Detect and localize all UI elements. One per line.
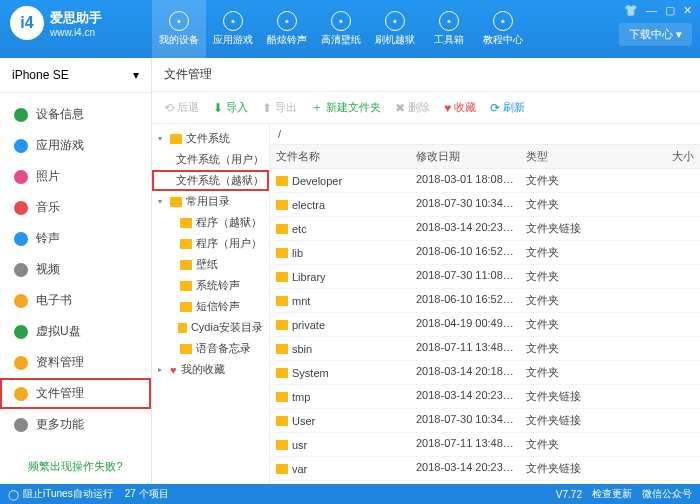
nav-item[interactable]: •应用游戏 [206,0,260,58]
tree-item[interactable]: 文件系统（越狱） [152,170,269,191]
app-url: www.i4.cn [50,27,102,38]
table-row[interactable]: User2018-07-30 10:34:...文件夹链接 [270,409,700,433]
tree-item[interactable]: Cydia安装目录 [152,317,269,338]
device-selector[interactable]: iPhone SE ▾ [0,58,151,93]
tree-item[interactable]: 文件系统（用户） [152,149,269,170]
nav-icon: • [277,11,297,31]
file-name: User [292,415,315,427]
maximize-button[interactable]: ▢ [665,4,675,17]
path-bar[interactable]: / [270,124,700,145]
table-row[interactable]: .bit_of_fun2018-07-30 10:34:...BIT_OF_FU… [270,481,700,484]
sidebar-item[interactable]: 音乐 [0,192,151,223]
table-row[interactable]: Developer2018-03-01 18:08:...文件夹 [270,169,700,193]
main-panel: 文件管理 ⟲后退 ⬇导入 ⬆导出 ＋新建文件夹 ✖删除 ♥收藏 ⟳刷新 ▾文件系… [152,58,700,484]
file-name: private [292,319,325,331]
tree-item[interactable]: 短信铃声 [152,296,269,317]
table-row[interactable]: private2018-04-19 00:49:...文件夹 [270,313,700,337]
sidebar-item[interactable]: 设备信息 [0,99,151,130]
file-table: 文件名称 修改日期 类型 大小 Developer2018-03-01 18:0… [270,145,700,484]
col-date[interactable]: 修改日期 [410,145,520,168]
favorite-button[interactable]: ♥收藏 [444,100,476,115]
new-folder-button[interactable]: ＋新建文件夹 [311,99,381,116]
table-row[interactable]: var2018-03-14 20:23:...文件夹链接 [270,457,700,481]
table-row[interactable]: tmp2018-03-14 20:23:...文件夹链接 [270,385,700,409]
tree-item[interactable]: ▾文件系统 [152,128,269,149]
download-center-button[interactable]: 下载中心 ▾ [619,23,692,46]
table-header: 文件名称 修改日期 类型 大小 [270,145,700,169]
tree-item[interactable]: ▸♥我的收藏 [152,359,269,380]
nav-item[interactable]: •教程中心 [476,0,530,58]
sidebar-label: 铃声 [36,230,60,247]
file-name: var [292,463,307,475]
sidebar-item[interactable]: 铃声 [0,223,151,254]
tree-item[interactable]: 壁纸 [152,254,269,275]
sidebar-item[interactable]: 应用游戏 [0,130,151,161]
sidebar-item[interactable]: 电子书 [0,285,151,316]
close-button[interactable]: ✕ [683,4,692,17]
table-row[interactable]: electra2018-07-30 10:34:...文件夹 [270,193,700,217]
table-row[interactable]: mnt2018-06-10 16:52:...文件夹 [270,289,700,313]
folder-icon [170,197,182,207]
folder-icon [180,260,192,270]
export-button[interactable]: ⬆导出 [262,100,297,115]
file-name: sbin [292,343,312,355]
folder-icon [276,368,288,378]
sidebar-item[interactable]: 虚拟U盘 [0,316,151,347]
folder-icon [178,323,187,333]
tree-label: 系统铃声 [196,278,240,293]
nav-item[interactable]: •刷机越狱 [368,0,422,58]
heart-icon: ♥ [444,101,451,115]
file-size [640,385,700,408]
sidebar-item[interactable]: 视频 [0,254,151,285]
nav-item[interactable]: •工具箱 [422,0,476,58]
file-size [640,361,700,384]
table-row[interactable]: lib2018-06-10 16:52:...文件夹 [270,241,700,265]
file-date: 2018-04-19 00:49:... [410,313,520,336]
check-update-button[interactable]: 检查更新 [592,487,632,501]
export-icon: ⬆ [262,101,272,115]
nav-item[interactable]: •酷炫铃声 [260,0,314,58]
nav-label: 我的设备 [159,33,199,47]
table-row[interactable]: etc2018-03-14 20:23:...文件夹链接 [270,217,700,241]
file-type: 文件夹 [520,265,640,288]
tree-label: 语音备忘录 [196,341,251,356]
tree-item[interactable]: 系统铃声 [152,275,269,296]
file-name: tmp [292,391,310,403]
folder-icon [170,134,182,144]
wechat-button[interactable]: 微信公众号 [642,487,692,501]
table-row[interactable]: sbin2018-07-11 13:48:...文件夹 [270,337,700,361]
theme-icon[interactable]: 👕 [624,4,638,17]
sidebar-item[interactable]: 更多功能 [0,409,151,440]
tree-label: 程序（用户） [196,236,262,251]
back-icon: ⟲ [164,101,174,115]
folder-icon [276,200,288,210]
sidebar-item[interactable]: 照片 [0,161,151,192]
col-type[interactable]: 类型 [520,145,640,168]
delete-button[interactable]: ✖删除 [395,100,430,115]
nav-item[interactable]: •我的设备 [152,0,206,58]
table-row[interactable]: usr2018-07-11 13:48:...文件夹 [270,433,700,457]
itunes-block-toggle[interactable]: ◯阻止iTunes自动运行 [8,487,113,501]
table-row[interactable]: System2018-03-14 20:18:...文件夹 [270,361,700,385]
sidebar-item[interactable]: 资料管理 [0,347,151,378]
sidebar-icon [14,201,28,215]
folder-icon [276,296,288,306]
import-button[interactable]: ⬇导入 [213,100,248,115]
toolbar: ⟲后退 ⬇导入 ⬆导出 ＋新建文件夹 ✖删除 ♥收藏 ⟳刷新 [152,92,700,124]
tree-item[interactable]: ▾常用目录 [152,191,269,212]
sidebar-item[interactable]: 文件管理 [0,378,151,409]
tree-item[interactable]: 语音备忘录 [152,338,269,359]
tree-label: 文件系统（用户） [176,152,264,167]
file-size [640,289,700,312]
tree-item[interactable]: 程序（越狱） [152,212,269,233]
minimize-button[interactable]: — [646,4,657,17]
help-link[interactable]: 频繁出现操作失败? [28,460,122,472]
item-count: 27 个项目 [125,487,169,501]
back-button[interactable]: ⟲后退 [164,100,199,115]
refresh-button[interactable]: ⟳刷新 [490,100,525,115]
nav-item[interactable]: •高清壁纸 [314,0,368,58]
table-row[interactable]: Library2018-07-30 11:08:...文件夹 [270,265,700,289]
col-name[interactable]: 文件名称 [270,145,410,168]
col-size[interactable]: 大小 [640,145,700,168]
tree-item[interactable]: 程序（用户） [152,233,269,254]
